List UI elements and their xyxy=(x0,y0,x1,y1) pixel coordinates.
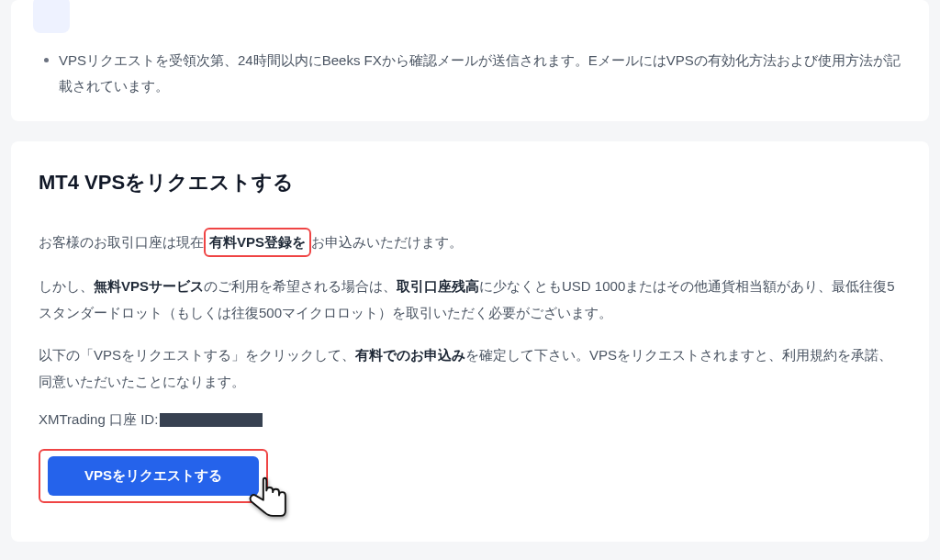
vps-request-card: MT4 VPSをリクエストする お客様のお取引口座は現在有料VPS登録をお申込み… xyxy=(11,141,929,543)
highlight-box-paid-vps: 有料VPS登録を xyxy=(204,228,311,258)
button-highlight-box: VPSをリクエストする xyxy=(39,449,268,503)
p3-b: 有料でのお申込み xyxy=(355,347,465,363)
vps-request-button[interactable]: VPSをリクエストする xyxy=(48,456,259,496)
info-bullet: VPSリクエストを受領次第、24時間以内にBeeks FXから確認メールが送信さ… xyxy=(39,48,901,99)
p2-d: 取引口座残高 xyxy=(397,278,479,294)
header-icon-placeholder xyxy=(33,0,70,33)
info-card: VPSリクエストを受領次第、24時間以内にBeeks FXから確認メールが送信さ… xyxy=(11,0,929,121)
paragraph-3: 以下の「VPSをリクエストする」をクリックして、有料でのお申込みを確定して下さい… xyxy=(39,342,901,395)
p1-pre: お客様のお取引口座は現在 xyxy=(39,234,204,250)
section-title: MT4 VPSをリクエストする xyxy=(39,169,901,196)
p3-a: 以下の「VPSをリクエストする」をクリックして、 xyxy=(39,347,355,363)
paragraph-1: お客様のお取引口座は現在有料VPS登録をお申込みいただけます。 xyxy=(39,228,901,258)
paragraph-2: しかし、無料VPSサービスのご利用を希望される場合は、取引口座残高に少なくともU… xyxy=(39,274,901,326)
account-id-redacted xyxy=(160,413,263,427)
account-id-row: XMTrading 口座 ID: xyxy=(39,411,901,429)
account-id-label: XMTrading 口座 ID: xyxy=(39,411,158,427)
p2-a: しかし、 xyxy=(39,278,94,294)
p2-b: 無料VPSサービス xyxy=(94,278,204,294)
p2-c: のご利用を希望される場合は、 xyxy=(204,278,397,294)
info-list: VPSリクエストを受領次第、24時間以内にBeeks FXから確認メールが送信さ… xyxy=(39,48,901,99)
p1-box-text: 有料VPS登録を xyxy=(209,234,306,250)
p1-post: お申込みいただけます。 xyxy=(311,234,463,250)
